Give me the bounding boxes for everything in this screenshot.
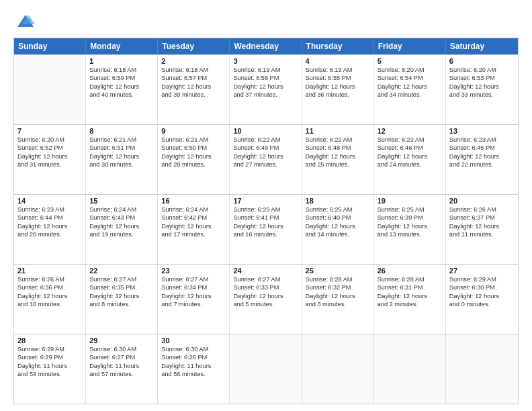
cell-info-line: Sunset: 6:37 PM <box>449 214 515 222</box>
cell-info-line: Sunrise: 6:20 AM <box>449 66 515 74</box>
cell-info-line: and 56 minutes. <box>161 370 226 378</box>
logo <box>13 12 35 31</box>
cell-info-line: Sunset: 6:50 PM <box>161 144 226 152</box>
cell-info-line: Daylight: 12 hours <box>89 152 154 161</box>
cell-info-line: and 34 minutes. <box>378 91 442 99</box>
day-number: 6 <box>449 57 515 65</box>
cell-info-line: Daylight: 11 hours <box>161 362 226 370</box>
cell-info-line: Daylight: 12 hours <box>233 292 298 300</box>
day-number: 23 <box>161 267 226 275</box>
day-number: 17 <box>233 197 298 205</box>
cell-info-line: Daylight: 12 hours <box>449 83 515 91</box>
cell-info-line: Sunset: 6:29 PM <box>17 353 82 361</box>
calendar-cell <box>374 334 446 404</box>
cell-info-line: Sunrise: 6:26 AM <box>17 275 82 283</box>
cell-info-line: Daylight: 12 hours <box>306 292 370 300</box>
day-number: 28 <box>17 336 82 345</box>
cell-info-line: Sunset: 6:57 PM <box>161 74 226 82</box>
calendar-header: SundayMondayTuesdayWednesdayThursdayFrid… <box>14 38 518 54</box>
cell-info-line: Sunrise: 6:20 AM <box>17 136 82 144</box>
header <box>13 12 519 31</box>
cell-info-line: and 19 minutes. <box>89 230 154 238</box>
cell-info-line: Daylight: 12 hours <box>233 152 298 161</box>
day-number: 21 <box>17 267 82 275</box>
calendar-cell: 5Sunrise: 6:20 AMSunset: 6:54 PMDaylight… <box>374 55 446 124</box>
cell-info-line: and 37 minutes. <box>233 91 298 99</box>
day-header-thursday: Thursday <box>302 38 374 54</box>
cell-info-line: and 28 minutes. <box>161 161 226 169</box>
cell-info-line: and 20 minutes. <box>17 230 82 238</box>
calendar-cell: 1Sunrise: 6:18 AMSunset: 6:59 PMDaylight… <box>86 55 158 124</box>
cell-info-line: and 27 minutes. <box>233 161 298 169</box>
calendar-cell: 24Sunrise: 6:27 AMSunset: 6:33 PMDayligh… <box>230 265 302 334</box>
cell-info-line: Daylight: 12 hours <box>378 83 442 91</box>
calendar-cell <box>302 334 374 404</box>
calendar-cell: 7Sunrise: 6:20 AMSunset: 6:52 PMDaylight… <box>14 125 86 194</box>
day-number: 25 <box>306 267 370 275</box>
cell-info-line: and 59 minutes. <box>17 370 82 378</box>
cell-info-line: Daylight: 11 hours <box>17 362 82 370</box>
day-number: 1 <box>89 57 154 65</box>
cell-info-line: Sunrise: 6:19 AM <box>233 66 298 74</box>
cell-info-line: and 8 minutes. <box>89 300 154 308</box>
cell-info-line: Daylight: 12 hours <box>161 222 226 230</box>
cell-info-line: and 40 minutes. <box>89 91 154 99</box>
cell-info-line: Sunrise: 6:25 AM <box>306 205 370 214</box>
cell-info-line: and 10 minutes. <box>17 300 82 308</box>
calendar-cell: 9Sunrise: 6:21 AMSunset: 6:50 PMDaylight… <box>158 125 230 194</box>
day-number: 8 <box>89 127 154 135</box>
day-header-monday: Monday <box>86 38 158 54</box>
calendar-cell: 2Sunrise: 6:18 AMSunset: 6:57 PMDaylight… <box>158 55 230 124</box>
cell-info-line: Sunrise: 6:22 AM <box>306 136 370 144</box>
cell-info-line: Daylight: 12 hours <box>378 292 442 300</box>
calendar-cell: 17Sunrise: 6:25 AMSunset: 6:41 PMDayligh… <box>230 195 302 264</box>
day-number: 22 <box>89 267 154 275</box>
cell-info-line: Daylight: 12 hours <box>306 222 370 230</box>
cell-info-line: Sunrise: 6:25 AM <box>378 205 442 214</box>
cell-info-line: Sunrise: 6:28 AM <box>378 275 442 283</box>
day-header-tuesday: Tuesday <box>158 38 230 54</box>
calendar-week-3: 14Sunrise: 6:23 AMSunset: 6:44 PMDayligh… <box>14 194 518 264</box>
cell-info-line: Sunset: 6:36 PM <box>17 283 82 291</box>
cell-info-line: Sunrise: 6:30 AM <box>89 345 154 353</box>
calendar-cell: 4Sunrise: 6:19 AMSunset: 6:55 PMDaylight… <box>302 55 374 124</box>
day-header-saturday: Saturday <box>446 38 518 54</box>
cell-info-line: Sunrise: 6:24 AM <box>161 205 226 214</box>
day-number: 14 <box>17 197 82 205</box>
cell-info-line: Sunrise: 6:20 AM <box>378 66 442 74</box>
cell-info-line: Sunrise: 6:27 AM <box>161 275 226 283</box>
cell-info-line: Sunrise: 6:27 AM <box>233 275 298 283</box>
cell-info-line: Sunrise: 6:29 AM <box>449 275 515 283</box>
day-number: 29 <box>89 336 154 345</box>
cell-info-line: Sunset: 6:42 PM <box>161 214 226 222</box>
day-number: 12 <box>378 127 442 135</box>
cell-info-line: Sunset: 6:31 PM <box>378 283 442 291</box>
cell-info-line: Sunrise: 6:27 AM <box>89 275 154 283</box>
cell-info-line: Sunrise: 6:24 AM <box>89 205 154 214</box>
cell-info-line: Daylight: 12 hours <box>449 292 515 300</box>
cell-info-line: Sunrise: 6:23 AM <box>17 205 82 214</box>
cell-info-line: Sunset: 6:43 PM <box>89 214 154 222</box>
cell-info-line: and 25 minutes. <box>306 161 370 169</box>
cell-info-line: Daylight: 11 hours <box>89 362 154 370</box>
cell-info-line: and 16 minutes. <box>233 230 298 238</box>
cell-info-line: Sunrise: 6:18 AM <box>89 66 154 74</box>
cell-info-line: Daylight: 12 hours <box>306 83 370 91</box>
day-header-sunday: Sunday <box>14 38 86 54</box>
calendar-cell: 30Sunrise: 6:30 AMSunset: 6:26 PMDayligh… <box>158 334 230 404</box>
cell-info-line: Sunset: 6:27 PM <box>89 353 154 361</box>
day-number: 18 <box>306 197 370 205</box>
page: SundayMondayTuesdayWednesdayThursdayFrid… <box>0 0 532 411</box>
cell-info-line: Daylight: 12 hours <box>449 222 515 230</box>
cell-info-line: Sunrise: 6:26 AM <box>449 205 515 214</box>
calendar-cell: 13Sunrise: 6:23 AMSunset: 6:45 PMDayligh… <box>446 125 518 194</box>
calendar-week-5: 28Sunrise: 6:29 AMSunset: 6:29 PMDayligh… <box>14 334 518 404</box>
cell-info-line: Sunrise: 6:28 AM <box>306 275 370 283</box>
cell-info-line: Sunset: 6:53 PM <box>449 74 515 82</box>
day-number: 15 <box>89 197 154 205</box>
cell-info-line: Daylight: 12 hours <box>17 152 82 161</box>
cell-info-line: Daylight: 12 hours <box>89 222 154 230</box>
cell-info-line: and 36 minutes. <box>306 91 370 99</box>
cell-info-line: Sunrise: 6:22 AM <box>378 136 442 144</box>
cell-info-line: Sunrise: 6:21 AM <box>89 136 154 144</box>
